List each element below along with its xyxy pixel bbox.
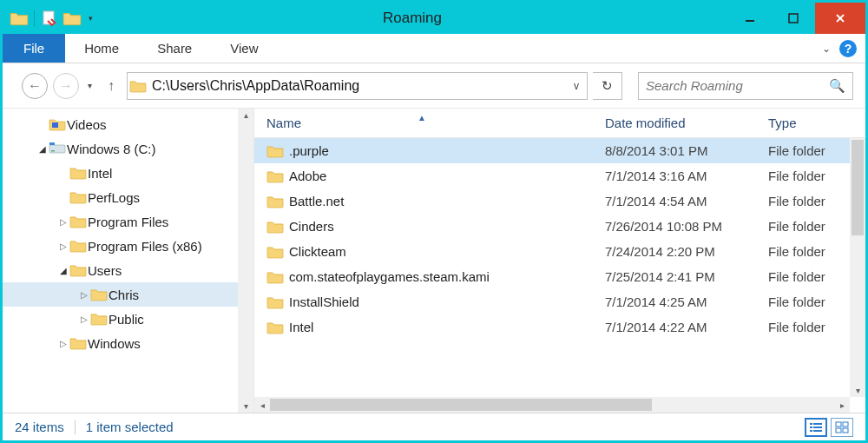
svg-rect-9	[810, 423, 812, 425]
table-row[interactable]: Cinders7/26/2014 10:08 PMFile folder	[254, 214, 865, 239]
table-row[interactable]: com.stateofplaygames.steam.kami7/25/2014…	[254, 264, 865, 289]
tree-item[interactable]: ▷Chris	[3, 282, 253, 307]
tree-item[interactable]: ▷Program Files	[3, 209, 253, 234]
folder-icon	[69, 336, 88, 350]
address-input[interactable]	[148, 78, 566, 94]
videos-icon	[48, 117, 67, 131]
search-box[interactable]: 🔍	[638, 72, 853, 100]
svg-rect-16	[843, 422, 848, 426]
details-view-button[interactable]	[805, 418, 827, 437]
address-bar[interactable]: v	[127, 72, 588, 100]
svg-rect-13	[810, 430, 812, 432]
folder-icon	[266, 220, 289, 234]
up-button[interactable]: ↑	[101, 78, 122, 94]
tree-item[interactable]: ▷Public	[3, 307, 253, 331]
address-dropdown-icon[interactable]: v	[566, 80, 587, 92]
search-input[interactable]	[646, 78, 829, 93]
folder-icon	[89, 312, 108, 326]
file-pane: Name▲ Date modified Type .purple8/8/2014…	[254, 109, 865, 413]
tree-item-label: Windows 8 (C:)	[67, 142, 156, 156]
drive-icon	[48, 142, 67, 155]
tree-item-label: Users	[88, 263, 122, 278]
folder-icon	[69, 215, 88, 228]
file-tab[interactable]: File	[3, 34, 65, 63]
svg-rect-6	[789, 14, 798, 23]
tree-item-label: Windows	[88, 336, 141, 351]
row-name: com.stateofplaygames.steam.kami	[289, 269, 605, 284]
status-item-count: 24 items	[15, 420, 64, 434]
view-toggle	[805, 418, 853, 437]
svg-rect-11	[810, 426, 812, 428]
tree-item-label: Public	[108, 312, 144, 327]
address-folder-icon	[128, 79, 148, 93]
row-date: 7/26/2014 10:08 PM	[605, 219, 768, 234]
navigation-bar: ← → ▾ ↑ v ↻ 🔍	[3, 63, 865, 109]
ribbon: File Home Share View ⌄ ?	[3, 34, 865, 63]
tree-scrollbar[interactable]: ▴▾	[238, 109, 253, 413]
qat-properties-icon[interactable]	[40, 10, 59, 26]
row-date: 7/1/2014 4:22 AM	[605, 320, 768, 334]
row-name: Intel	[289, 320, 605, 334]
sort-indicator-icon: ▲	[418, 113, 426, 122]
status-bar: 24 items 1 item selected	[3, 413, 865, 440]
help-icon[interactable]: ?	[839, 40, 857, 57]
forward-button[interactable]: →	[53, 73, 79, 99]
tab-share[interactable]: Share	[138, 34, 211, 63]
refresh-button[interactable]: ↻	[593, 72, 622, 100]
list-vertical-scrollbar[interactable]: ▴▾	[850, 138, 865, 397]
table-row[interactable]: Adobe7/1/2014 3:16 AMFile folder	[254, 163, 865, 188]
qat-newfolder-icon[interactable]	[62, 10, 82, 26]
tree-item-label: Intel	[88, 166, 112, 181]
quick-access-toolbar: ▾	[3, 10, 96, 26]
column-date[interactable]: Date modified	[605, 116, 768, 130]
row-date: 7/1/2014 4:25 AM	[605, 294, 768, 309]
table-row[interactable]: Clickteam7/24/2014 2:20 PMFile folder	[254, 239, 865, 264]
tree-item[interactable]: ◢Windows 8 (C:)	[3, 136, 253, 161]
thumbnails-view-button[interactable]	[831, 418, 853, 437]
svg-rect-18	[843, 428, 848, 433]
tree-item[interactable]: Intel	[3, 161, 253, 185]
close-button[interactable]	[815, 3, 865, 34]
svg-rect-15	[836, 422, 841, 426]
table-row[interactable]: .purple8/8/2014 3:01 PMFile folder	[254, 138, 865, 163]
window-icon[interactable]	[10, 10, 29, 26]
tree-item[interactable]: ▷Program Files (x86)	[3, 234, 253, 258]
folder-icon	[69, 239, 88, 253]
folder-icon	[266, 270, 289, 284]
back-button[interactable]: ←	[22, 73, 48, 99]
window-controls	[728, 3, 865, 34]
column-headers[interactable]: Name▲ Date modified Type	[254, 109, 865, 138]
minimize-button[interactable]	[728, 3, 772, 34]
tree-item[interactable]: Videos	[3, 112, 253, 136]
table-row[interactable]: InstallShield7/1/2014 4:25 AMFile folder	[254, 289, 865, 314]
file-list[interactable]: .purple8/8/2014 3:01 PMFile folderAdobe7…	[254, 138, 865, 413]
folder-icon	[266, 195, 289, 208]
table-row[interactable]: Battle.net7/1/2014 4:54 AMFile folder	[254, 188, 865, 214]
window-title: Roaming	[96, 10, 728, 27]
qat-dropdown[interactable]: ▾	[85, 14, 96, 23]
tree-item[interactable]: ◢Users	[3, 258, 253, 282]
navigation-tree[interactable]: Videos◢Windows 8 (C:)IntelPerfLogs▷Progr…	[3, 109, 254, 413]
svg-rect-12	[813, 426, 822, 428]
folder-icon	[266, 321, 289, 334]
tree-item[interactable]: ▷Windows	[3, 331, 253, 355]
column-name[interactable]: Name▲	[266, 116, 605, 130]
row-date: 7/1/2014 3:16 AM	[605, 169, 768, 183]
ribbon-expand-icon[interactable]: ⌄	[822, 43, 831, 55]
row-date: 7/24/2014 2:20 PM	[605, 244, 768, 259]
list-horizontal-scrollbar[interactable]: ◂▸	[254, 397, 850, 413]
folder-icon	[69, 263, 88, 277]
tab-home[interactable]: Home	[65, 34, 138, 63]
tab-view[interactable]: View	[211, 34, 277, 63]
tree-item-label: Program Files	[88, 215, 168, 229]
maximize-button[interactable]	[772, 3, 815, 34]
table-row[interactable]: Intel7/1/2014 4:22 AMFile folder	[254, 314, 865, 340]
row-name: .purple	[289, 143, 605, 158]
column-type[interactable]: Type	[768, 116, 865, 130]
history-dropdown[interactable]: ▾	[84, 81, 95, 90]
row-name: Clickteam	[289, 244, 605, 259]
row-date: 7/1/2014 4:54 AM	[605, 194, 768, 208]
tree-item[interactable]: PerfLogs	[3, 185, 253, 209]
tree-item-label: Program Files (x86)	[88, 239, 202, 254]
status-selection: 1 item selected	[86, 420, 174, 434]
